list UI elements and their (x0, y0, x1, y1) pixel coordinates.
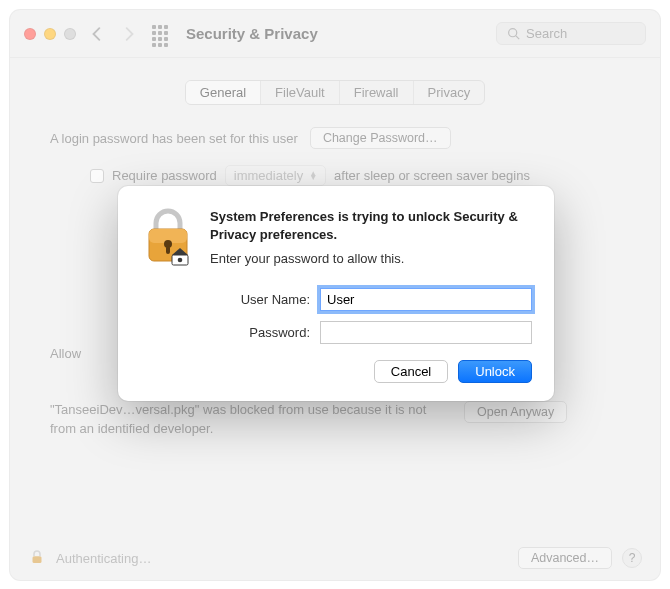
tab-privacy[interactable]: Privacy (414, 81, 485, 104)
search-icon (507, 27, 520, 40)
titlebar: Security & Privacy Search (10, 10, 660, 58)
back-button[interactable] (86, 23, 108, 45)
cancel-button[interactable]: Cancel (374, 360, 448, 383)
minimize-window-icon[interactable] (44, 28, 56, 40)
grid-icon (152, 25, 170, 43)
unlock-button[interactable]: Unlock (458, 360, 532, 383)
tab-firewall[interactable]: Firewall (340, 81, 414, 104)
svg-point-0 (509, 29, 517, 37)
require-password-delay-select[interactable]: immediately ▲▼ (225, 165, 326, 186)
tab-bar: General FileVault Firewall Privacy (185, 80, 485, 105)
auth-form: User Name: Password: (140, 288, 532, 344)
search-input[interactable]: Search (496, 22, 646, 45)
show-all-button[interactable] (150, 23, 172, 45)
window-title: Security & Privacy (186, 25, 318, 42)
zoom-window-icon (64, 28, 76, 40)
help-button[interactable]: ? (622, 548, 642, 568)
require-password-suffix: after sleep or screen saver begins (334, 168, 530, 183)
close-window-icon[interactable] (24, 28, 36, 40)
username-label: User Name: (140, 292, 310, 307)
svg-rect-6 (166, 246, 170, 254)
chevron-updown-icon: ▲▼ (309, 172, 317, 180)
advanced-button[interactable]: Advanced… (518, 547, 612, 569)
auth-dialog: System Preferences is trying to unlock S… (118, 186, 554, 401)
traffic-lights (24, 28, 76, 40)
lock-status-text: Authenticating… (56, 551, 151, 566)
change-password-button[interactable]: Change Password… (310, 127, 451, 149)
svg-point-9 (178, 258, 183, 263)
forward-button (118, 23, 140, 45)
blocked-app-message: "TanseeiDev…versal.pkg" was blocked from… (50, 401, 450, 439)
password-label: Password: (140, 325, 310, 340)
blocked-app-row: "TanseeiDev…versal.pkg" was blocked from… (50, 401, 620, 439)
require-password-checkbox[interactable] (90, 169, 104, 183)
login-password-row: A login password has been set for this u… (50, 127, 620, 149)
auth-dialog-subtitle: Enter your password to allow this. (210, 251, 532, 266)
login-password-text: A login password has been set for this u… (50, 131, 298, 146)
footer: Authenticating… Advanced… ? (10, 536, 660, 580)
password-field[interactable] (320, 321, 532, 344)
tab-general[interactable]: General (186, 81, 261, 104)
require-password-row: Require password immediately ▲▼ after sl… (90, 165, 620, 186)
username-field[interactable] (320, 288, 532, 311)
svg-line-1 (516, 36, 519, 39)
svg-rect-2 (33, 556, 42, 563)
require-password-label: Require password (112, 168, 217, 183)
tab-filevault[interactable]: FileVault (261, 81, 340, 104)
select-value: immediately (234, 168, 303, 183)
open-anyway-button[interactable]: Open Anyway (464, 401, 567, 423)
lock-large-icon (140, 208, 196, 266)
lock-icon[interactable] (28, 548, 46, 569)
auth-dialog-title: System Preferences is trying to unlock S… (210, 208, 532, 243)
search-placeholder: Search (526, 26, 567, 41)
